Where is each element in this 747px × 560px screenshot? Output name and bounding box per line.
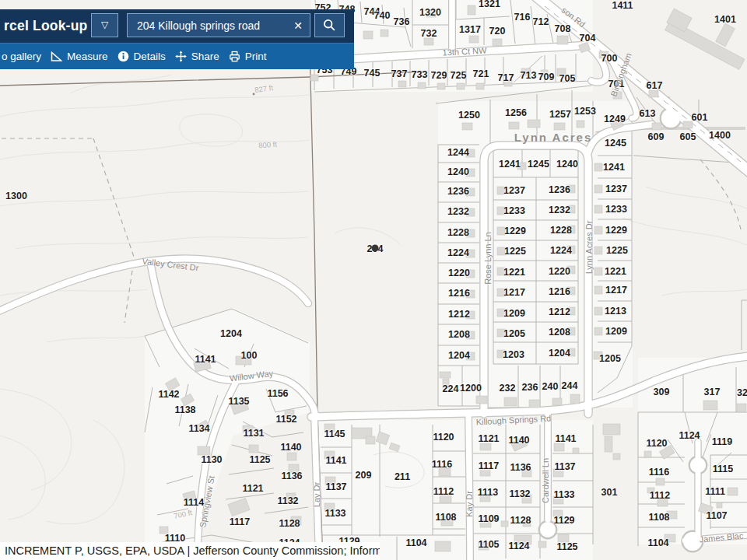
map-canvas[interactable]: 7527487447407361320732132113177207167127… — [0, 0, 747, 560]
app-header: rcel Look-up ▽ ✕ — [0, 9, 354, 43]
map-linework — [0, 0, 747, 560]
toolbar-item-print[interactable]: Print — [229, 51, 267, 62]
toolbar-item-label: Share — [191, 51, 219, 62]
clear-icon[interactable]: ✕ — [286, 19, 310, 32]
toolbar-item-label: Measure — [67, 51, 108, 62]
toolbar-item-details[interactable]: Details — [117, 51, 166, 62]
search-input[interactable] — [128, 19, 286, 33]
parcel-map-app: 7527487447407361320732132113177207167127… — [0, 0, 747, 560]
share-icon — [175, 51, 187, 62]
toolbar-item-measure[interactable]: Measure — [51, 51, 108, 62]
toolbar-item-label: Print — [245, 51, 267, 62]
app-title: rcel Look-up — [4, 9, 87, 43]
map-attribution: INCREMENT P, USGS, EPA, USDA | Jefferson… — [0, 542, 380, 560]
info-icon — [117, 51, 129, 62]
measure-icon — [51, 51, 62, 62]
selected-parcel-marker — [372, 245, 379, 252]
toolbar-item-label: o gallery — [2, 51, 41, 62]
toolbar-item-gallery[interactable]: o gallery — [2, 51, 41, 62]
toolbar-item-share[interactable]: Share — [175, 51, 219, 62]
search-box: ✕ — [127, 13, 310, 37]
print-icon — [229, 51, 240, 62]
map-toolbar: o gallery Measure Details Share — [0, 43, 354, 69]
dropdown-button[interactable]: ▽ — [91, 13, 118, 37]
search-button[interactable] — [314, 13, 345, 37]
chevron-down-icon: ▽ — [101, 19, 108, 30]
toolbar-item-label: Details — [134, 51, 166, 62]
search-icon — [323, 19, 336, 32]
